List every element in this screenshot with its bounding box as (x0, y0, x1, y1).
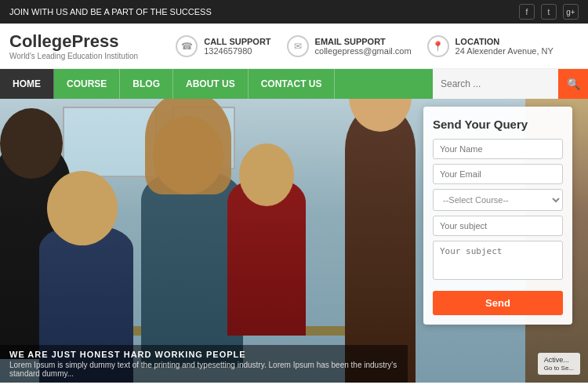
email-label: EMAIL SUPPORT (315, 37, 412, 46)
header: CollegePress World's Leading Education I… (0, 24, 588, 69)
phone-icon: ☎ (176, 35, 198, 57)
location-label: LOCATION (456, 37, 554, 46)
social-icon-twitter[interactable]: t (541, 4, 557, 20)
query-email-input[interactable] (433, 164, 563, 184)
location-icon: 📍 (427, 35, 449, 57)
phone-label: CALL SUPPORT (204, 37, 270, 46)
hero-section: WE ARE JUST HONEST HARD WORKING PEOPLE L… (0, 99, 588, 383)
query-message-input[interactable] (433, 241, 563, 280)
query-name-input[interactable] (433, 139, 563, 159)
top-bar: JOIN WITH US AND BE A PART OF THE SUCCES… (0, 0, 588, 24)
nav-blog[interactable]: BLOG (120, 69, 173, 99)
hero-title: WE ARE JUST HONEST HARD WORKING PEOPLE (9, 350, 398, 359)
social-icon-google[interactable]: g+ (563, 4, 579, 20)
email-value: collegepress@gmail.com (315, 46, 412, 56)
query-form-panel: Send Your Query --Select Course-- Mathem… (423, 107, 572, 325)
logo-subtitle: World's Leading Education Institution (9, 52, 151, 60)
top-bar-message: JOIN WITH US AND BE A PART OF THE SUCCES… (9, 7, 212, 16)
contact-email: ✉ EMAIL SUPPORT collegepress@gmail.com (287, 35, 412, 57)
navigation: HOME COURSE BLOG ABOUT US CONTACT US 🔍 (0, 69, 588, 99)
logo-title[interactable]: CollegePress (9, 31, 151, 52)
nav-course[interactable]: COURSE (54, 69, 120, 99)
contact-location: 📍 LOCATION 24 Alexender Avenue, NY (427, 35, 554, 57)
email-icon: ✉ (287, 35, 309, 57)
query-course-select[interactable]: --Select Course-- Mathematics Science Ar… (433, 189, 563, 211)
contact-phone: ☎ CALL SUPPORT 1324657980 (176, 35, 270, 57)
search-button[interactable]: 🔍 (558, 69, 588, 99)
hero-text-overlay: WE ARE JUST HONEST HARD WORKING PEOPLE L… (0, 345, 408, 383)
search-bar: 🔍 (433, 69, 588, 99)
social-icon-facebook[interactable]: f (519, 4, 535, 20)
query-form-title: Send Your Query (433, 118, 563, 131)
phone-value: 1324657980 (204, 46, 270, 56)
contact-location-info: LOCATION 24 Alexender Avenue, NY (456, 37, 554, 56)
location-value: 24 Alexender Avenue, NY (456, 46, 554, 56)
logo-area: CollegePress World's Leading Education I… (9, 31, 151, 60)
hero-body: Lorem Ipsum is simply dummy text of the … (9, 361, 398, 378)
contact-email-info: EMAIL SUPPORT collegepress@gmail.com (315, 37, 412, 56)
nav-contact[interactable]: CONTACT US (249, 69, 336, 99)
search-input[interactable] (433, 69, 558, 99)
contact-phone-info: CALL SUPPORT 1324657980 (204, 37, 270, 56)
active-badge: Active... Go to Se... (538, 353, 580, 375)
social-icons: f t g+ (519, 4, 579, 20)
send-button[interactable]: Send (433, 291, 563, 315)
nav-home[interactable]: HOME (0, 69, 54, 99)
header-contacts: ☎ CALL SUPPORT 1324657980 ✉ EMAIL SUPPOR… (151, 35, 579, 57)
query-subject-input[interactable] (433, 216, 563, 236)
nav-about[interactable]: ABOUT US (173, 69, 249, 99)
